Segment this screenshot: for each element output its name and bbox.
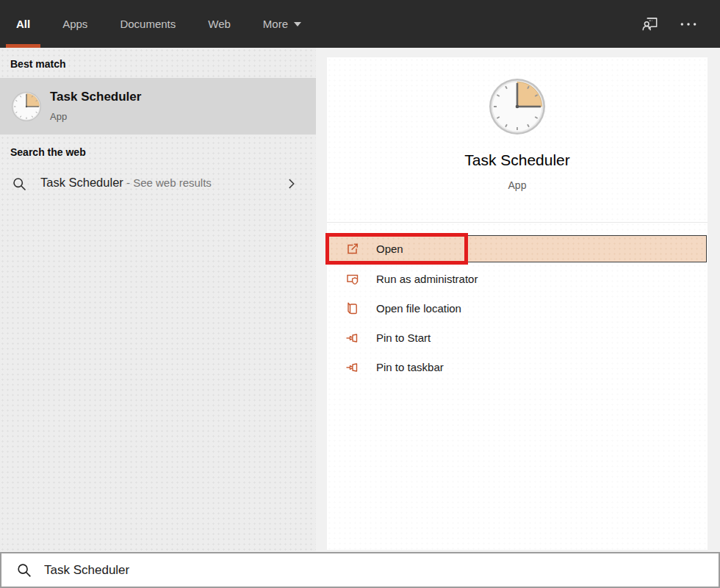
tab-documents[interactable]: Documents — [115, 0, 180, 48]
taskbar-search-box[interactable] — [0, 552, 720, 588]
tab-more[interactable]: More — [259, 0, 306, 48]
tab-documents-label: Documents — [120, 18, 176, 30]
pin-icon — [345, 360, 360, 375]
best-match-subtitle: App — [50, 111, 67, 122]
action-run-as-administrator[interactable]: Run as administrator — [327, 265, 708, 294]
tab-apps[interactable]: Apps — [58, 0, 92, 48]
run-as-admin-shield-icon — [345, 272, 360, 287]
action-pin-to-start[interactable]: Pin to Start — [327, 323, 708, 353]
web-result-query: Task Scheduler — [40, 176, 123, 189]
web-result-suffix: - See web results — [123, 176, 212, 189]
app-subtitle: App — [327, 179, 708, 191]
feedback-person-icon[interactable] — [641, 15, 660, 34]
tab-apps-label: Apps — [62, 18, 87, 30]
tab-web[interactable]: Web — [204, 0, 235, 48]
search-results-panel: Best match Task Scheduler App Search the… — [0, 48, 316, 551]
action-pin-to-start-label: Pin to Start — [376, 331, 431, 344]
action-open-label: Open — [376, 243, 403, 255]
filter-tabs: All Apps Documents Web More — [0, 0, 306, 48]
chevron-right-icon[interactable] — [285, 177, 298, 190]
divider — [327, 222, 708, 223]
pin-icon — [345, 331, 360, 345]
tab-web-label: Web — [208, 18, 231, 30]
best-match-result[interactable]: Task Scheduler App — [0, 78, 316, 135]
open-file-location-icon — [345, 301, 360, 316]
action-open[interactable]: Open — [328, 235, 707, 262]
action-pin-to-taskbar[interactable]: Pin to taskbar — [327, 353, 708, 382]
app-title: Task Scheduler — [327, 151, 708, 169]
action-open-file-location[interactable]: Open file location — [327, 294, 708, 323]
tab-all-label: All — [16, 18, 30, 30]
tab-all[interactable]: All — [12, 0, 35, 48]
open-launch-icon — [345, 242, 360, 257]
topbar-actions — [641, 0, 720, 48]
action-run-as-administrator-label: Run as administrator — [376, 273, 478, 285]
task-scheduler-clock-icon — [11, 91, 42, 122]
search-filter-bar: All Apps Documents Web More — [0, 0, 720, 48]
tab-more-label: More — [263, 18, 288, 30]
web-result-text: Task Scheduler - See web results — [40, 176, 212, 190]
web-result-item[interactable]: Task Scheduler - See web results — [0, 168, 316, 200]
preview-area: Task Scheduler App Open Run as administr… — [316, 48, 720, 551]
action-open-file-location-label: Open file location — [376, 302, 461, 315]
preview-panel: Task Scheduler App Open Run as administr… — [327, 57, 708, 550]
search-icon — [16, 562, 32, 578]
windows-search-flyout: All Apps Documents Web More Best match T… — [0, 0, 720, 588]
ellipsis-icon[interactable] — [679, 15, 698, 34]
search-web-heading: Search the web — [10, 146, 86, 158]
task-scheduler-clock-icon — [488, 77, 547, 136]
chevron-down-icon — [294, 22, 301, 26]
best-match-heading: Best match — [10, 58, 65, 70]
action-pin-to-taskbar-label: Pin to taskbar — [376, 361, 444, 373]
best-match-title: Task Scheduler — [50, 90, 141, 104]
search-icon — [12, 176, 27, 192]
search-input[interactable] — [43, 562, 692, 578]
